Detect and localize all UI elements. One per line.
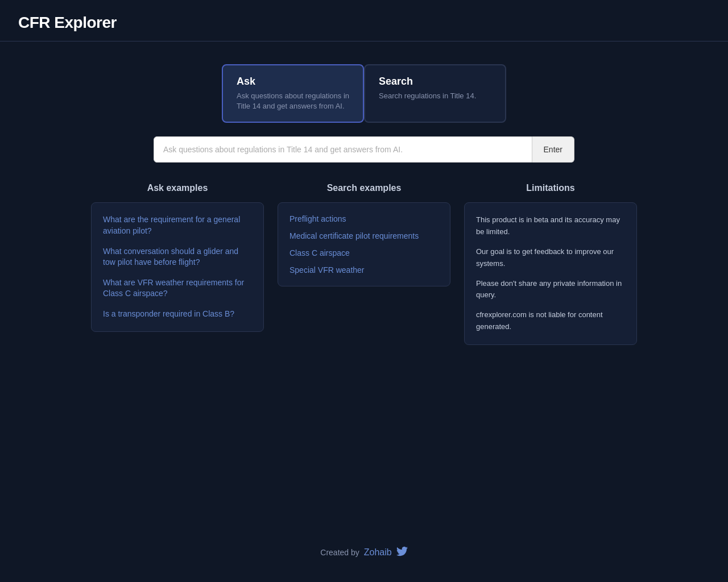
tab-search-label: Search [379, 76, 491, 88]
tab-ask-label: Ask [237, 76, 349, 88]
search-examples-card: Preflight actions Medical certificate pi… [278, 202, 450, 286]
limitations-column: Limitations This product is in beta and … [464, 183, 637, 344]
search-examples-title: Search examples [278, 183, 450, 193]
search-link-3[interactable]: Class C airspace [289, 248, 439, 257]
search-link-4[interactable]: Special VFR weather [289, 265, 439, 275]
header: CFR Explorer [0, 0, 728, 41]
main-content: Ask Ask questions about regulations in T… [0, 41, 728, 368]
limitations-item-3: Please don't share any private informati… [476, 278, 625, 302]
limitations-title: Limitations [464, 183, 637, 193]
enter-button[interactable]: Enter [532, 136, 574, 163]
ask-link-2[interactable]: What conversation should a glider and to… [103, 246, 252, 268]
tab-ask-desc: Ask questions about regulations in Title… [237, 91, 349, 111]
footer: Created by Zohaib [0, 546, 728, 559]
tab-container: Ask Ask questions about regulations in T… [222, 64, 506, 123]
ask-link-3[interactable]: What are VFR weather requirements for Cl… [103, 277, 252, 300]
tab-ask[interactable]: Ask Ask questions about regulations in T… [222, 64, 364, 123]
search-link-1[interactable]: Preflight actions [289, 214, 439, 223]
limitations-card: This product is in beta and its accuracy… [464, 202, 637, 344]
search-bar-container: Enter [154, 136, 574, 163]
app-title: CFR Explorer [18, 14, 710, 32]
tab-search[interactable]: Search Search regulations in Title 14. [364, 64, 506, 123]
columns-container: Ask examples What are the requirement fo… [91, 183, 637, 344]
ask-examples-card: What are the requirement for a general a… [91, 202, 264, 331]
search-examples-column: Search examples Preflight actions Medica… [278, 183, 450, 286]
ask-link-1[interactable]: What are the requirement for a general a… [103, 214, 252, 236]
limitations-item-1: This product is in beta and its accuracy… [476, 214, 625, 238]
footer-author-link[interactable]: Zohaib [364, 547, 392, 558]
footer-text: Created by [320, 548, 359, 557]
limitations-item-2: Our goal is to get feedback to improve o… [476, 246, 625, 270]
search-link-2[interactable]: Medical certificate pilot requirements [289, 231, 439, 240]
ask-examples-column: Ask examples What are the requirement fo… [91, 183, 264, 331]
ask-link-4[interactable]: Is a transponder required in Class B? [103, 309, 252, 320]
tab-search-desc: Search regulations in Title 14. [379, 91, 491, 101]
ask-examples-title: Ask examples [91, 183, 264, 193]
search-input[interactable] [154, 136, 532, 163]
limitations-item-4: cfrexplorer.com is not liable for conten… [476, 309, 625, 333]
twitter-icon [396, 546, 408, 559]
